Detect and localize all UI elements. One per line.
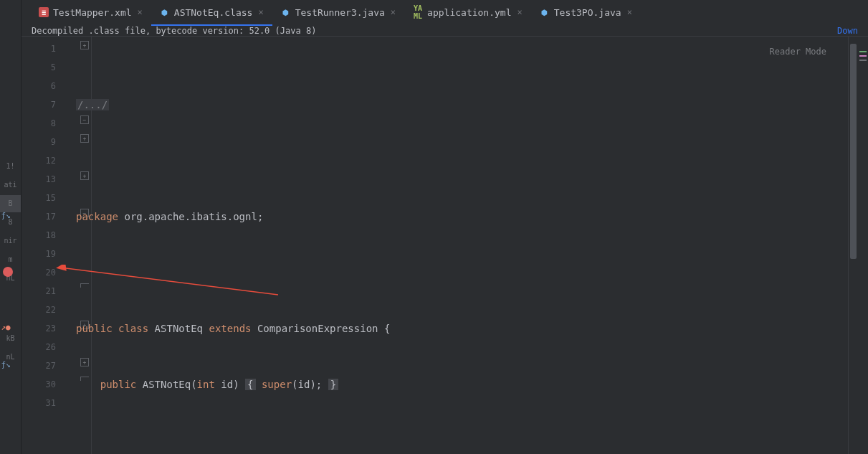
banner-text: Decompiled .class file, bytecode version… bbox=[32, 26, 316, 36]
override-icon[interactable]: ƒ↘ bbox=[0, 359, 11, 371]
override-icon[interactable]: ƒ↘ bbox=[0, 210, 11, 222]
implement-icon[interactable]: ↗● bbox=[0, 322, 11, 334]
tab-testrunner3[interactable]: ⬢TestRunner3.java× bbox=[272, 0, 404, 26]
editor[interactable]: 1567 891213 15 ƒ↘17 1819 20 2122 ↗●23 26… bbox=[22, 37, 868, 454]
tab-test3po[interactable]: ⬢Test3PO.java× bbox=[531, 0, 641, 26]
code-area[interactable]: Reader Mode /.../ package org.apache.iba… bbox=[63, 37, 848, 454]
close-icon[interactable]: × bbox=[391, 7, 396, 17]
close-icon[interactable]: × bbox=[518, 7, 523, 17]
close-icon[interactable]: × bbox=[258, 7, 263, 17]
yaml-icon: YAML bbox=[413, 7, 423, 17]
error-stripe[interactable] bbox=[858, 37, 868, 454]
editor-tabs: ≡TestMapper.xml× ⬢ASTNotEq.class× ⬢TestR… bbox=[22, 0, 868, 26]
close-icon[interactable]: × bbox=[627, 7, 632, 17]
tab-application-yml[interactable]: YAMLapplication.yml× bbox=[404, 0, 531, 26]
tab-testmapper[interactable]: ≡TestMapper.xml× bbox=[30, 0, 151, 26]
breakpoint-icon[interactable] bbox=[3, 267, 13, 277]
reader-mode-label[interactable]: Reader Mode bbox=[770, 42, 826, 61]
close-icon[interactable]: × bbox=[138, 7, 143, 17]
class-icon: ⬢ bbox=[281, 7, 291, 17]
line-gutter: 1567 891213 15 ƒ↘17 1819 20 2122 ↗●23 26… bbox=[22, 37, 63, 454]
class-icon: ⬢ bbox=[160, 7, 170, 17]
class-icon: ⬢ bbox=[540, 7, 550, 17]
decompiled-banner: Decompiled .class file, bytecode version… bbox=[22, 26, 868, 37]
vertical-scrollbar[interactable] bbox=[848, 37, 858, 454]
tool-window-stripe[interactable]: 1!atiB 8nirm nLkBnL bbox=[0, 0, 22, 454]
tab-astnoteq[interactable]: ⬢ASTNotEq.class× bbox=[151, 0, 272, 26]
banner-link[interactable]: Down bbox=[837, 26, 858, 36]
scrollbar-thumb[interactable] bbox=[850, 44, 857, 259]
xml-icon: ≡ bbox=[39, 7, 49, 17]
